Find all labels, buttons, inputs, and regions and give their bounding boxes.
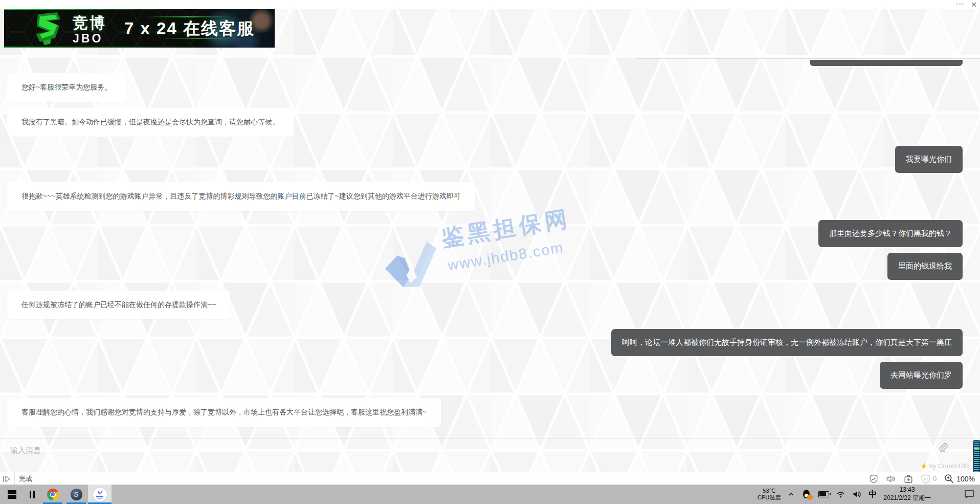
taskbar: S 53℃ CPU温度 (0, 485, 980, 504)
message-text: 很抱歉~~~英雄系统检测到您的游戏账户异常，且违反了竞博的博彩规则导致您的账户目… (21, 192, 461, 201)
composer: by Comm100 (0, 438, 980, 472)
action-center-icon[interactable] (964, 490, 975, 499)
system-tray: 53℃ CPU温度 中 13:43 2021/2/22 星期一 (758, 485, 980, 504)
chat-message: 客服理解您的心情，我们感谢您对竞博的支持与厚爱，除了竞博以外，市场上也有各大平台… (7, 398, 441, 427)
tray-expand-icon[interactable] (787, 491, 795, 498)
chat-message: 我要曝光你们 (895, 146, 963, 173)
banner-headline: 7 x 24 在线客服 (124, 17, 252, 40)
clock-widget[interactable]: 13:43 2021/2/22 星期一 (883, 486, 931, 502)
chat-message-partial (810, 60, 963, 66)
message-text: 客服理解您的心情，我们感谢您对竞博的支持与厚爱，除了竞博以外，市场上也有各大平台… (21, 408, 427, 417)
status-text: 完成 (19, 474, 32, 484)
start-button[interactable] (0, 485, 24, 504)
brand-block: 竞博 JBO (73, 15, 106, 45)
comm100-branding: by Comm100 (921, 462, 969, 470)
scrollbar[interactable] (973, 440, 980, 473)
site-favicon (93, 488, 107, 501)
ad-count: 0 (933, 475, 937, 483)
chat-message: 呵呵，论坛一堆人都被你们无故手持身份证审核，无一例外都被冻结账户，你们真是天下第… (611, 329, 963, 356)
window-menu-icon[interactable]: ⋯ (955, 0, 965, 8)
status-right: AD 0 100% (869, 474, 980, 484)
divider (14, 472, 15, 485)
message-text: 那里面还要多少钱？你们黑我的钱？ (829, 229, 952, 238)
windows-logo-icon (8, 490, 16, 499)
brand-cn: 竞博 (73, 15, 106, 31)
window-close-icon[interactable]: ✕ (971, 1, 977, 9)
briefcase-add-icon[interactable] (904, 474, 913, 484)
zoom-level: 100% (956, 475, 975, 483)
message-input[interactable] (9, 442, 881, 458)
message-text: 去网站曝光你们罗 (890, 370, 952, 380)
favicon-text-bar (97, 498, 102, 499)
sogou-icon: S (71, 489, 82, 500)
status-bar: 完成 AD 0 100% (0, 472, 980, 485)
taskbar-chrome[interactable] (41, 485, 64, 504)
site-logo-icon (97, 490, 103, 495)
ad-shield-icon: AD (921, 474, 931, 484)
message-text: 呵呵，论坛一堆人都被你们无故手持身份证审核，无一例外都被冻结账户，你们真是天下第… (622, 338, 952, 347)
scrollbar-mark (974, 448, 979, 449)
pause-icon (30, 491, 35, 498)
banner-edge (4, 9, 180, 10)
chat-message: 任何违规被冻结了的账户已经不能在做任何的存提款操作滴~~ (7, 291, 230, 319)
taskbar-pause-icon[interactable] (24, 485, 41, 504)
qq-icon[interactable] (802, 490, 812, 499)
service-banner: 竞博 JBO 7 x 24 在线客服 (4, 9, 275, 48)
clock-date: 2021/2/22 星期一 (883, 494, 931, 502)
message-text: 我没有了黑暗。如今动作已缓慢，但是夜魔还是会尽快为您查询，请您耐心等候。 (21, 118, 279, 127)
message-text: 您好~客服很荣幸为您服务。 (21, 83, 112, 92)
jbo-logo-icon (28, 11, 70, 46)
branding-text: by Comm100 (929, 462, 969, 470)
ime-indicator[interactable]: 中 (868, 489, 877, 500)
zoom-control[interactable]: 100% (944, 474, 975, 484)
battery-icon[interactable] (818, 491, 829, 497)
speaker-mute-icon[interactable] (886, 474, 896, 484)
cpu-temp-value: 53℃ (758, 488, 781, 494)
chrome-icon (47, 489, 59, 500)
taskbar-active-site[interactable] (88, 485, 112, 504)
chat-message: 我没有了黑暗。如今动作已缓慢，但是夜魔还是会尽快为您查询，请您耐心等候。 (7, 108, 294, 137)
chat-message: 那里面还要多少钱？你们黑我的钱？ (818, 220, 963, 247)
volume-icon[interactable] (852, 490, 862, 498)
clock-time: 13:43 (883, 486, 931, 494)
chat-message: 您好~客服很荣幸为您服务。 (7, 73, 126, 102)
ad-blocker-badge[interactable]: AD 0 (921, 474, 937, 484)
message-text: 我要曝光你们 (906, 155, 952, 164)
chat-message: 去网站曝光你们罗 (880, 362, 963, 389)
zoom-in-icon (944, 474, 954, 484)
message-text: 里面的钱退给我 (898, 261, 952, 271)
brand-en: JBO (73, 33, 106, 45)
lightning-icon (921, 463, 927, 470)
taskbar-sogou-browser[interactable]: S (64, 485, 88, 504)
play-status-icon[interactable] (2, 475, 11, 483)
battery-fill (819, 492, 826, 496)
cpu-temp-widget[interactable]: 53℃ CPU温度 (758, 488, 781, 501)
attachment-icon[interactable] (938, 442, 948, 452)
shield-check-icon[interactable] (869, 474, 878, 484)
chat-message: 里面的钱退给我 (887, 253, 963, 280)
message-text: 任何违规被冻结了的账户已经不能在做任何的存提款操作滴~~ (21, 300, 216, 310)
window-titlebar: ⋯ ✕ (0, 0, 980, 9)
wifi-icon[interactable] (836, 490, 845, 498)
status-left: 完成 (0, 472, 32, 485)
banner-edge (4, 47, 220, 48)
qq-badge (807, 494, 813, 500)
svg-text:AD: AD (923, 477, 928, 480)
cpu-temp-label: CPU温度 (758, 494, 781, 501)
chat-top-border (637, 58, 980, 59)
favicon-text-bar (96, 496, 103, 497)
chat-message: 很抱歉~~~英雄系统检测到您的游戏账户异常，且违反了竞博的博彩规则导致您的账户目… (7, 182, 475, 211)
